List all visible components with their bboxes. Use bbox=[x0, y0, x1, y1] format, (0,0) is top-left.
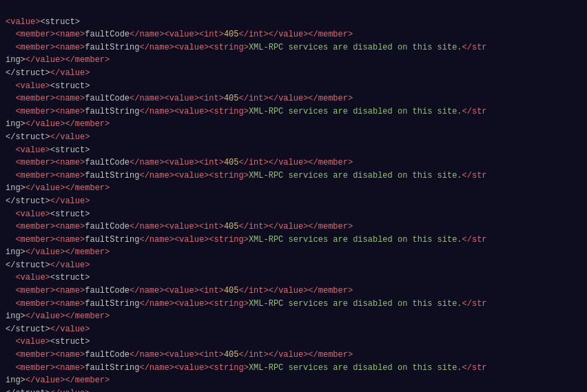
code-line: <value><struct> bbox=[0, 16, 587, 29]
code-line: ing></value></member> bbox=[0, 310, 587, 323]
code-line: <value><struct> bbox=[0, 80, 587, 93]
code-line: ing></value></member> bbox=[0, 246, 587, 259]
code-line: </struct></value> bbox=[0, 323, 587, 336]
code-line: <member><name>faultCode</name><value><in… bbox=[0, 285, 587, 298]
code-line: <member><name>faultCode</name><value><in… bbox=[0, 156, 587, 169]
code-line: <member><name>faultCode</name><value><in… bbox=[0, 220, 587, 234]
code-line: <value><struct> bbox=[0, 208, 587, 221]
code-line: <value><struct> bbox=[0, 271, 587, 285]
code-line: <member><name>faultString</name><value><… bbox=[0, 169, 587, 183]
code-line: ing></value></member> bbox=[0, 374, 587, 387]
code-line: <member><name>faultString</name><value><… bbox=[0, 234, 587, 247]
code-line: </struct></value> bbox=[0, 387, 587, 392]
code-line: ing></value></member> bbox=[0, 118, 587, 131]
code-line: <member><name>faultString</name><value><… bbox=[0, 105, 587, 118]
code-view: <value><struct> <member><name>faultCode<… bbox=[0, 0, 587, 392]
code-line: ing></value></member> bbox=[0, 54, 587, 67]
code-line: <value><struct> bbox=[0, 336, 587, 349]
code-line: </struct></value> bbox=[0, 67, 587, 80]
code-line: </struct></value> bbox=[0, 131, 587, 144]
code-line: <member><name>faultString</name><value><… bbox=[0, 41, 587, 54]
code-line: <member><name>faultCode</name><value><in… bbox=[0, 92, 587, 105]
code-line: </struct></value> bbox=[0, 259, 587, 272]
code-line: <member><name>faultCode</name><value><in… bbox=[0, 349, 587, 362]
code-line: <member><name>faultString</name><value><… bbox=[0, 362, 587, 375]
code-line: ing></value></member> bbox=[0, 182, 587, 195]
code-line: <member><name>faultString</name><value><… bbox=[0, 298, 587, 311]
code-line: </struct></value> bbox=[0, 195, 587, 208]
code-line: <value><struct> bbox=[0, 144, 587, 157]
code-line: <member><name>faultCode</name><value><in… bbox=[0, 28, 587, 41]
